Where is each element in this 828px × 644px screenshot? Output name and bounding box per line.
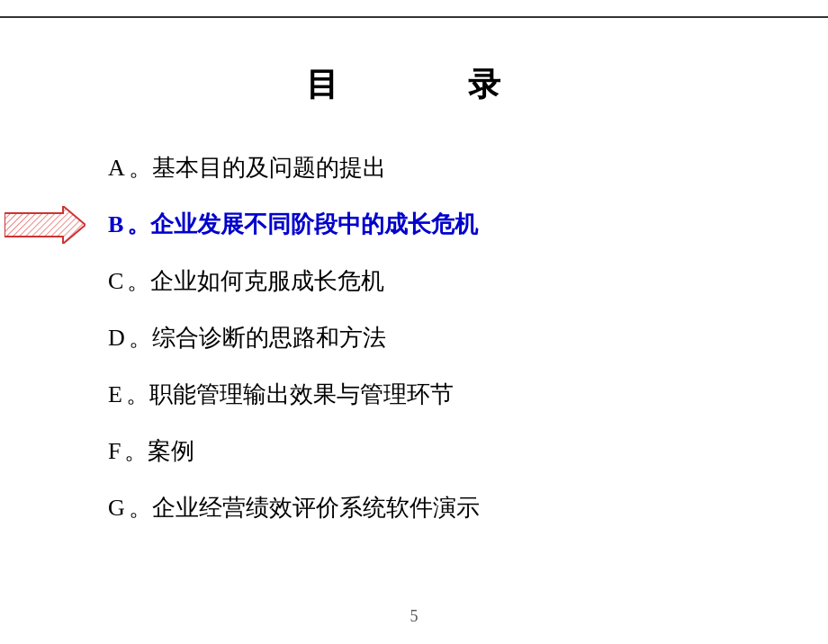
letter-b: B xyxy=(108,211,123,237)
list-item: F。案例 xyxy=(108,435,720,467)
letter-e: E xyxy=(108,381,122,407)
menu-item-b: B。企业发展不同阶段中的成长危机 xyxy=(108,209,478,240)
svg-marker-1 xyxy=(4,206,86,244)
letter-f: F xyxy=(108,438,121,464)
menu-item-a: A。基本目的及问题的提出 xyxy=(108,152,386,183)
list-item: A。基本目的及问题的提出 xyxy=(108,152,720,183)
page-container: 目 录 A。基本目的及问题的提出 xyxy=(0,27,828,644)
menu-item-f: F。案例 xyxy=(108,435,194,467)
arrow-svg xyxy=(4,206,86,244)
arrow-indicator xyxy=(4,206,86,244)
letter-g: G xyxy=(108,495,125,521)
page-number: 5 xyxy=(410,607,418,626)
letter-d: D xyxy=(108,325,125,351)
menu-item-e: E。职能管理输出效果与管理环节 xyxy=(108,379,454,410)
menu-list: A。基本目的及问题的提出 B。企业发展不同阶段中的成长危机 xyxy=(108,152,720,549)
list-item: G。企业经营绩效评价系统软件演示 xyxy=(108,492,720,523)
menu-item-d: D。综合诊断的思路和方法 xyxy=(108,322,386,353)
list-item: B。企业发展不同阶段中的成长危机 xyxy=(108,209,720,240)
letter-c: C xyxy=(108,268,123,294)
menu-item-c: C。企业如何克服成长危机 xyxy=(108,265,384,297)
list-item: E。职能管理输出效果与管理环节 xyxy=(108,379,720,410)
letter-a: A xyxy=(108,155,125,181)
list-item: D。综合诊断的思路和方法 xyxy=(108,322,720,353)
menu-item-g: G。企业经营绩效评价系统软件演示 xyxy=(108,492,480,523)
list-item: C。企业如何克服成长危机 xyxy=(108,265,720,297)
top-border xyxy=(0,16,828,18)
page-title: 目 录 xyxy=(306,63,522,107)
